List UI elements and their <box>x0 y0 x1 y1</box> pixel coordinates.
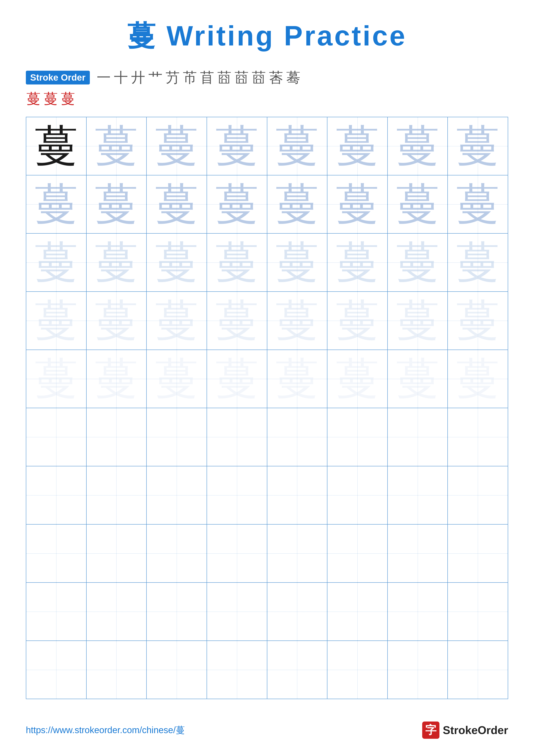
grid-cell[interactable]: 蔓 <box>146 233 207 292</box>
grid-cell[interactable]: 蔓 <box>388 350 448 408</box>
grid-cell-empty[interactable] <box>388 524 448 582</box>
grid-cell-empty[interactable] <box>267 466 327 524</box>
grid-cell[interactable]: 蔓 <box>26 175 87 233</box>
grid-cell-empty[interactable] <box>388 582 448 641</box>
grid-cell-empty[interactable] <box>447 466 508 524</box>
grid-cell[interactable]: 蔓 <box>447 233 508 292</box>
grid-cell[interactable]: 蔓 <box>146 350 207 408</box>
practice-char: 蔓 <box>396 241 439 284</box>
practice-char: 蔓 <box>456 183 499 226</box>
grid-cell-empty[interactable] <box>447 641 508 699</box>
grid-cell[interactable]: 蔓 <box>447 117 508 175</box>
grid-cell-empty[interactable] <box>267 582 327 641</box>
grid-cell[interactable]: 蔓 <box>146 292 207 350</box>
practice-char: 蔓 <box>456 357 499 400</box>
grid-cell-empty[interactable] <box>447 408 508 466</box>
stroke-order-section: Stroke Order 一 十 廾 艹 芀 芇 苜 莔 莔 莔 莕 蓦 蔓 蔓… <box>26 68 508 108</box>
practice-char: 蔓 <box>95 357 138 400</box>
grid-cell[interactable]: 蔓 <box>388 117 448 175</box>
grid-cell[interactable]: 蔓 <box>267 292 327 350</box>
grid-cell[interactable]: 蔓 <box>87 175 147 233</box>
grid-cell[interactable]: 蔓 <box>327 175 388 233</box>
grid-cell-empty[interactable] <box>388 466 448 524</box>
grid-cell-empty[interactable] <box>146 641 207 699</box>
grid-cell[interactable]: 蔓 <box>26 350 87 408</box>
grid-cell[interactable]: 蔓 <box>26 233 87 292</box>
grid-cell-empty[interactable] <box>146 524 207 582</box>
grid-cell[interactable]: 蔓 <box>207 233 267 292</box>
grid-cell-empty[interactable] <box>146 466 207 524</box>
grid-cell[interactable]: 蔓 <box>388 292 448 350</box>
grid-cell-empty[interactable] <box>146 582 207 641</box>
grid-cell[interactable]: 蔓 <box>207 175 267 233</box>
grid-row-5: 蔓 蔓 蔓 蔓 蔓 蔓 蔓 <box>26 350 508 408</box>
grid-cell[interactable]: 蔓 <box>146 175 207 233</box>
grid-cell[interactable]: 蔓 <box>447 175 508 233</box>
grid-cell[interactable]: 蔓 <box>87 233 147 292</box>
grid-cell-empty[interactable] <box>87 466 147 524</box>
grid-cell-empty[interactable] <box>207 582 267 641</box>
practice-char: 蔓 <box>275 124 318 168</box>
grid-cell[interactable]: 蔓 <box>327 233 388 292</box>
grid-cell-empty[interactable] <box>26 466 87 524</box>
grid-cell-empty[interactable] <box>26 582 87 641</box>
stroke-chars-row1: 一 十 廾 艹 芀 芇 苜 莔 莔 莔 莕 蓦 <box>96 68 301 87</box>
grid-cell-empty[interactable] <box>87 641 147 699</box>
grid-cell[interactable]: 蔓 <box>207 117 267 175</box>
footer: https://www.strokeorder.com/chinese/蔓 字 … <box>26 721 508 739</box>
footer-url[interactable]: https://www.strokeorder.com/chinese/蔓 <box>26 724 185 736</box>
grid-cell[interactable]: 蔓 <box>26 117 87 175</box>
practice-char: 蔓 <box>216 357 259 400</box>
grid-cell-empty[interactable] <box>87 582 147 641</box>
grid-cell[interactable]: 蔓 <box>388 233 448 292</box>
grid-cell[interactable]: 蔓 <box>87 350 147 408</box>
grid-cell-empty[interactable] <box>26 408 87 466</box>
grid-cell-empty[interactable] <box>207 524 267 582</box>
grid-cell-empty[interactable] <box>388 408 448 466</box>
grid-cell[interactable]: 蔓 <box>267 175 327 233</box>
grid-row-9 <box>26 582 508 641</box>
grid-cell-empty[interactable] <box>267 524 327 582</box>
grid-cell-empty[interactable] <box>146 408 207 466</box>
grid-cell-empty[interactable] <box>327 408 388 466</box>
grid-cell-empty[interactable] <box>267 408 327 466</box>
grid-cell-empty[interactable] <box>447 524 508 582</box>
grid-cell-empty[interactable] <box>327 466 388 524</box>
grid-cell[interactable]: 蔓 <box>267 233 327 292</box>
practice-char: 蔓 <box>216 183 259 226</box>
grid-cell-empty[interactable] <box>207 641 267 699</box>
grid-cell[interactable]: 蔓 <box>26 292 87 350</box>
stroke-5: 芀 <box>165 68 180 87</box>
grid-cell[interactable]: 蔓 <box>447 350 508 408</box>
grid-cell-empty[interactable] <box>207 466 267 524</box>
page-title: 蔓 Writing Practice <box>26 17 508 55</box>
grid-cell[interactable]: 蔓 <box>388 175 448 233</box>
grid-cell[interactable]: 蔓 <box>327 292 388 350</box>
grid-cell-empty[interactable] <box>26 641 87 699</box>
grid-cell[interactable]: 蔓 <box>146 117 207 175</box>
grid-cell[interactable]: 蔓 <box>87 292 147 350</box>
grid-cell[interactable]: 蔓 <box>87 117 147 175</box>
grid-cell-empty[interactable] <box>87 408 147 466</box>
grid-cell[interactable]: 蔓 <box>207 350 267 408</box>
grid-cell-empty[interactable] <box>87 524 147 582</box>
grid-cell[interactable]: 蔓 <box>207 292 267 350</box>
stroke-order-badge: Stroke Order <box>26 71 90 85</box>
grid-cell[interactable]: 蔓 <box>267 350 327 408</box>
grid-cell-empty[interactable] <box>267 641 327 699</box>
grid-cell-empty[interactable] <box>447 582 508 641</box>
grid-cell[interactable]: 蔓 <box>327 350 388 408</box>
grid-row-1: 蔓 蔓 蔓 蔓 蔓 蔓 蔓 <box>26 117 508 175</box>
grid-cell-empty[interactable] <box>327 582 388 641</box>
grid-cell[interactable]: 蔓 <box>267 117 327 175</box>
grid-row-4: 蔓 蔓 蔓 蔓 蔓 蔓 蔓 <box>26 292 508 350</box>
grid-cell[interactable]: 蔓 <box>327 117 388 175</box>
grid-cell-empty[interactable] <box>207 408 267 466</box>
grid-cell-empty[interactable] <box>327 524 388 582</box>
grid-cell[interactable]: 蔓 <box>447 292 508 350</box>
stroke-6: 芇 <box>183 68 197 87</box>
grid-cell-empty[interactable] <box>388 641 448 699</box>
grid-cell-empty[interactable] <box>26 524 87 582</box>
grid-cell-empty[interactable] <box>327 641 388 699</box>
practice-char: 蔓 <box>396 124 439 168</box>
